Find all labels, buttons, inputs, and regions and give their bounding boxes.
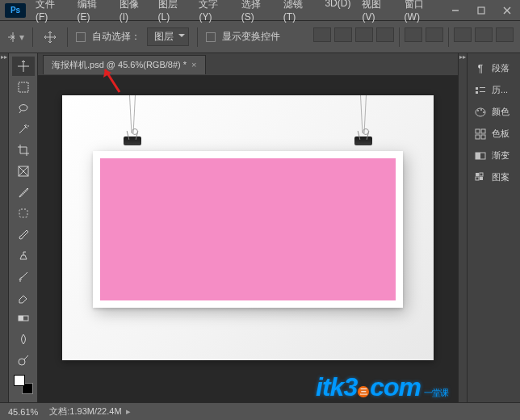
hanging-wire: [129, 95, 132, 133]
healing-brush-tool[interactable]: [12, 204, 35, 223]
svg-point-19: [480, 109, 482, 111]
svg-rect-23: [476, 135, 480, 139]
menu-window[interactable]: 窗口(W): [400, 0, 442, 26]
marquee-tool[interactable]: [12, 78, 35, 97]
canvas-viewport[interactable]: itk3三com 一堂课: [38, 76, 458, 402]
crop-tool[interactable]: [12, 141, 35, 160]
separator: [67, 27, 68, 47]
align-button-4[interactable]: [376, 27, 394, 42]
magic-wand-tool[interactable]: [12, 120, 35, 139]
blur-tool[interactable]: [12, 330, 35, 349]
right-panel-toggle[interactable]: ▸▸: [458, 53, 467, 402]
eraser-tool[interactable]: [12, 288, 35, 307]
svg-rect-30: [480, 177, 483, 180]
paragraph-icon: ¶: [474, 63, 487, 74]
hanging-wire: [364, 95, 367, 133]
color-icon: [474, 107, 487, 118]
menu-type[interactable]: 文字(Y): [194, 0, 234, 26]
foreground-color-swatch[interactable]: [14, 375, 25, 386]
svg-rect-29: [476, 177, 479, 180]
window-minimize-button[interactable]: [442, 0, 468, 21]
brush-tool[interactable]: [12, 225, 35, 244]
3d-mode-button[interactable]: [475, 27, 493, 42]
document-tabs: 海报样机.psd @ 45.6%(RGB/8#) * ×: [38, 53, 458, 76]
move-tool[interactable]: [12, 57, 35, 76]
watermark: itk3三com 一堂课: [316, 372, 448, 402]
align-button-2[interactable]: [334, 27, 352, 42]
menu-3d[interactable]: 3D(D): [320, 0, 355, 26]
window-close-button[interactable]: [494, 0, 520, 21]
svg-rect-24: [481, 135, 485, 139]
menu-edit[interactable]: 编辑(E): [73, 0, 113, 26]
gradient-icon: [474, 150, 487, 162]
color-swatches[interactable]: [14, 375, 33, 394]
separator: [197, 27, 198, 47]
move-tool-icon[interactable]: [41, 28, 59, 46]
panel-paragraph[interactable]: ¶段落: [468, 58, 520, 78]
chevron-right-icon: ▸: [124, 406, 131, 416]
panel-gradients[interactable]: 渐变: [468, 145, 520, 166]
menu-filter[interactable]: 滤镜(T): [279, 0, 319, 26]
distribute-button-2[interactable]: [426, 27, 443, 42]
svg-rect-4: [19, 82, 28, 92]
separator: [32, 27, 33, 47]
share-button[interactable]: [496, 27, 514, 42]
zoom-level[interactable]: 45.61%: [8, 407, 38, 417]
auto-select-label: 自动选择：: [92, 30, 140, 44]
svg-line-12: [24, 355, 28, 359]
panel-swatches[interactable]: 色板: [468, 124, 520, 144]
left-panel-toggle[interactable]: ▸▸: [0, 53, 9, 402]
auto-select-checkbox[interactable]: [76, 32, 86, 42]
expand-arrows-icon: ▸▸: [1, 55, 7, 402]
distribute-button-1[interactable]: [405, 27, 422, 42]
svg-rect-14: [480, 87, 485, 88]
swatches-icon: [474, 128, 487, 140]
lasso-tool[interactable]: [12, 99, 35, 118]
align-button-1[interactable]: [313, 27, 331, 42]
show-transform-label: 显示变换控件: [222, 30, 280, 44]
history-icon: [474, 85, 487, 96]
menu-file[interactable]: 文件(F): [31, 0, 71, 26]
svg-rect-26: [476, 153, 480, 159]
svg-rect-10: [19, 316, 23, 321]
clone-stamp-tool[interactable]: [12, 246, 35, 265]
panel-history[interactable]: 历...: [468, 80, 520, 100]
svg-rect-27: [476, 173, 479, 176]
svg-rect-16: [480, 91, 485, 92]
chevron-down-icon: ▾: [19, 32, 24, 43]
svg-rect-28: [480, 173, 483, 176]
dodge-tool[interactable]: [12, 351, 35, 370]
document-tab[interactable]: 海报样机.psd @ 45.6%(RGB/8#) * ×: [43, 55, 206, 74]
tool-preset-picker[interactable]: ▾: [6, 28, 24, 46]
show-transform-checkbox[interactable]: [206, 32, 216, 42]
panel-patterns[interactable]: 图案: [468, 167, 520, 187]
status-bar: 45.61% 文档:1.93M/22.4M ▸: [0, 402, 520, 420]
history-brush-tool[interactable]: [12, 267, 35, 286]
svg-point-20: [483, 111, 484, 113]
svg-rect-15: [476, 91, 478, 94]
window-maximize-button[interactable]: [468, 0, 494, 21]
frame-tool[interactable]: [12, 162, 35, 181]
auto-select-dropdown[interactable]: 图层: [147, 27, 189, 46]
eyedropper-tool[interactable]: [12, 183, 35, 202]
separator: [399, 27, 400, 47]
document-info[interactable]: 文档:1.93M/22.4M ▸: [49, 405, 130, 418]
menu-layer[interactable]: 图层(L): [153, 0, 193, 26]
gradient-tool[interactable]: [12, 309, 35, 328]
menu-select[interactable]: 选择(S): [237, 0, 277, 26]
svg-point-18: [477, 110, 479, 111]
menu-bar: Ps 文件(F) 编辑(E) 图像(I) 图层(L) 文字(Y) 选择(S) 滤…: [0, 0, 520, 21]
align-button-3[interactable]: [355, 27, 373, 42]
close-icon[interactable]: ×: [191, 60, 196, 69]
hanging-wire: [360, 95, 363, 133]
canvas[interactable]: [62, 95, 434, 360]
panel-color[interactable]: 颜色: [468, 102, 520, 122]
more-options-button[interactable]: [454, 27, 472, 42]
menu-view[interactable]: 视图(V): [357, 0, 397, 26]
app-logo: Ps: [5, 3, 26, 18]
menu-image[interactable]: 图像(I): [115, 0, 152, 26]
svg-rect-1: [478, 7, 484, 14]
panel-dock: ¶段落 历... 颜色 色板 渐变 图案: [467, 53, 520, 402]
svg-rect-8: [19, 209, 27, 217]
hanging-wire: [133, 95, 136, 133]
